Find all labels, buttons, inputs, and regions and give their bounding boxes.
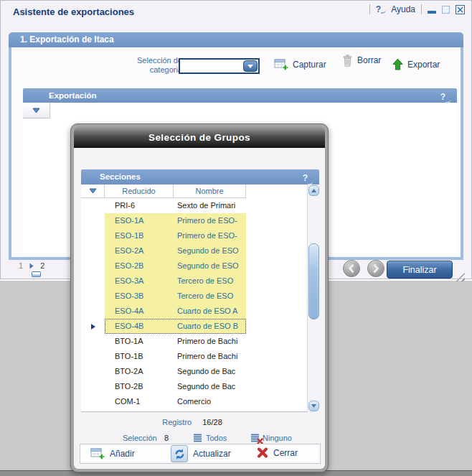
table-row[interactable]: Adm-1 Gestión Administrati [81,409,307,412]
table-row[interactable]: ESO-3A Tercero de ESO [81,274,307,289]
table-row[interactable]: BTO-2B Segundo de Bac [81,379,307,394]
finish-button[interactable]: Finalizar [387,261,453,279]
delete-button[interactable]: Borrar [342,55,382,67]
column-header-nombre[interactable]: Nombre [174,185,246,198]
chevron-down-icon[interactable] [243,60,258,72]
row-pointer-cell [81,319,105,334]
chevron-left-icon [344,260,359,277]
triangle-up-icon [311,189,316,192]
table-row[interactable]: ESO-1A Primero de ESO- [81,213,307,228]
add-button[interactable]: Añadir [90,447,135,460]
table-plus-icon [274,58,288,71]
minimize-button[interactable] [428,11,436,14]
cell-nombre: Primero de ESO- [174,228,246,243]
record-label: Registro [162,418,192,426]
cell-reducido: BTO-1A [105,334,174,349]
list-icon [193,434,202,442]
close-window-button[interactable] [456,5,465,14]
cell-nombre: Tercero de ESO [174,289,246,304]
table-row[interactable]: BTO-1B Primero de Bachi [81,349,307,364]
cell-reducido: ESO-1B [105,228,174,243]
previous-step-button[interactable] [343,260,360,277]
table-row[interactable]: ESO-2B Segundo de ESO [81,258,307,274]
record-counter: Registro 16/28 [74,418,311,426]
export-button[interactable]: Exportar [392,58,440,70]
row-pointer-cell [81,364,105,379]
select-none-button[interactable]: Ninguno [250,434,292,442]
filter-cell[interactable] [81,185,105,198]
chevron-right-icon [368,260,384,277]
table-row[interactable]: COM-1 Comercio [81,394,307,409]
row-pointer-cell [81,304,105,319]
cell-reducido: BTO-1B [105,349,174,364]
help-icon[interactable]: ? [440,90,450,104]
scrollbar-thumb[interactable] [308,243,319,319]
cell-nombre: Sexto de Primari [174,198,246,213]
close-dialog-button[interactable]: Cerrar [257,447,298,458]
help-link[interactable]: Ayuda [391,4,415,14]
row-pointer-cell [81,213,105,228]
help-icon[interactable]: ? [303,171,312,186]
table-row[interactable]: ESO-3B Tercero de ESO [81,289,307,304]
divider [421,4,422,14]
cell-nombre: Primero de Bachi [174,334,246,349]
cell-reducido: ESO-2B [105,258,174,274]
table-row[interactable]: BTO-1A Primero de Bachi [81,334,307,349]
row-pointer-cell [81,258,105,274]
cell-nombre: Tercero de ESO [174,274,246,289]
table-row[interactable]: ESO-4A Cuarto de ESO A [81,304,307,319]
scroll-up-button[interactable] [308,185,319,196]
row-pointer-cell [81,349,105,364]
filter-cell[interactable] [23,103,50,118]
list-x-icon [250,434,260,442]
dialog-button-bar: Añadir Actualizar Cerrar [80,444,321,464]
sections-header: Secciones ? [81,169,319,185]
cell-nombre: Cuarto de ESO B [174,319,246,334]
maximize-button[interactable] [442,6,450,14]
triangle-down-icon [311,404,316,408]
trash-icon [342,55,353,67]
arrow-up-icon [392,58,403,70]
cell-reducido: ESO-2A [105,243,174,258]
refresh-button[interactable]: Actualizar [171,445,231,462]
dialog-body: Secciones ? Reducido Nombre PRI-6 Sexto … [74,148,325,469]
column-header-reducido[interactable]: Reducido [105,185,174,198]
cell-reducido: COM-1 [105,394,174,409]
row-pointer-cell [81,228,105,243]
filter-icon [89,188,97,194]
category-select[interactable] [179,58,260,74]
resize-grip[interactable] [454,273,465,281]
scrollbar[interactable] [307,185,319,412]
cell-reducido: BTO-2A [105,364,174,379]
cell-reducido: ESO-4B [105,319,174,334]
table-row[interactable]: ESO-1B Primero de ESO- [81,228,307,243]
table-plus-icon [90,447,105,460]
close-icon [456,5,465,14]
divider [369,4,370,14]
cell-reducido: ESO-3B [105,289,174,304]
section-header: 1. Exportación de Itaca [9,32,463,47]
page-2[interactable]: 2 [40,261,44,270]
next-step-button[interactable] [367,260,384,277]
cell-nombre: Primero de Bachi [174,349,246,364]
red-x-icon [257,447,268,458]
table-column-headers: Reducido Nombre [81,185,307,198]
page-arrow-icon [29,263,34,269]
record-value: 16/28 [202,418,222,426]
group-selection-dialog: Selección de Grupos Secciones ? Reducido… [70,123,329,472]
row-pointer-cell [81,409,105,412]
table-row[interactable]: PRI-6 Sexto de Primari [81,198,307,213]
table-row[interactable]: BTO-2A Segundo de Bac [81,364,307,379]
page-1[interactable]: 1 [19,261,23,270]
scroll-down-button[interactable] [308,401,319,411]
filter-icon [32,108,40,113]
capture-button[interactable]: Capturar [274,58,326,71]
cell-nombre: Segundo de ESO [174,243,246,258]
sections-panel: Secciones ? Reducido Nombre PRI-6 Sexto … [81,169,319,412]
table-row[interactable]: ESO-4B Cuarto de ESO B [81,319,307,334]
current-page-icon [32,271,41,277]
export-results-header: Exportación ? [23,88,457,103]
table-row[interactable]: ESO-2A Segundo de ESO [81,243,307,258]
select-all-button[interactable]: Todos [193,434,227,442]
help-icon[interactable]: ? [376,4,385,14]
